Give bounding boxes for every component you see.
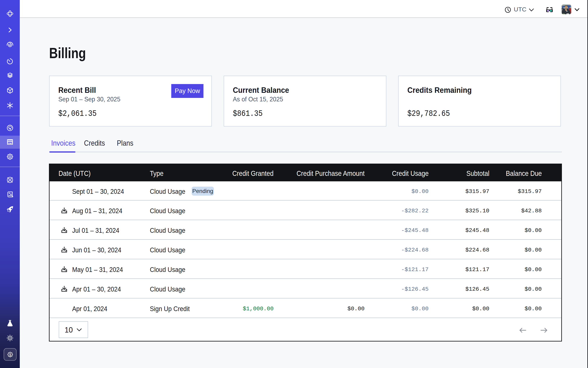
svg-text:$: $ — [9, 352, 11, 357]
